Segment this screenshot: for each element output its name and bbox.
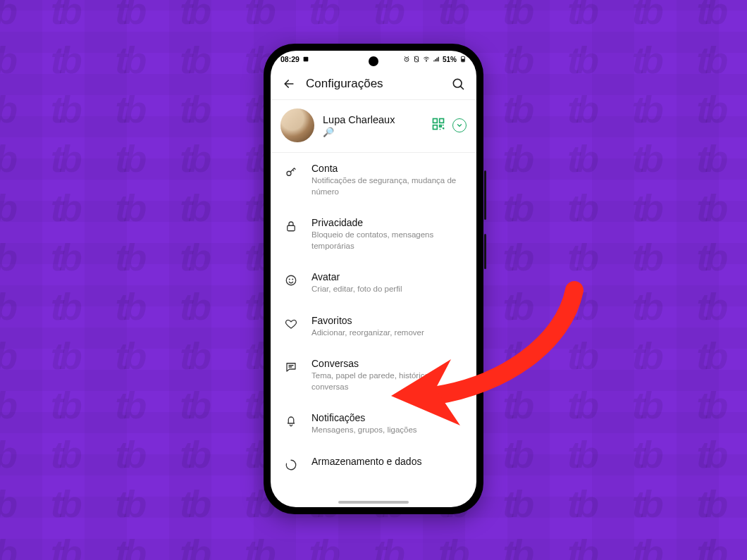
- face-icon: [283, 273, 299, 288]
- svg-rect-5: [462, 59, 464, 61]
- setting-subtitle: Tema, papel de parede, histórico de conv…: [311, 371, 464, 392]
- profile-name: Lupa Charleaux: [323, 114, 423, 125]
- chevron-down-icon: [456, 122, 463, 129]
- setting-subtitle: Mensagens, grupos, ligações: [311, 425, 464, 436]
- profile-row[interactable]: Lupa Charleaux 🔎: [271, 100, 476, 153]
- setting-title: Armazenamento e dados: [311, 456, 464, 467]
- svg-point-3: [426, 61, 427, 62]
- search-icon: [451, 77, 465, 91]
- svg-point-12: [286, 275, 296, 285]
- data-usage-icon: [283, 457, 299, 473]
- svg-rect-8: [440, 119, 444, 123]
- setting-item-avatar[interactable]: Avatar Criar, editar, foto do perfil: [271, 261, 476, 305]
- phone-frame: 08:29 51% Configurações: [264, 44, 483, 514]
- setting-subtitle: Criar, editar, foto do perfil: [311, 284, 464, 295]
- home-indicator: [338, 501, 409, 504]
- chat-icon: [283, 359, 299, 375]
- profile-status: 🔎: [323, 127, 423, 137]
- svg-point-14: [292, 279, 293, 280]
- setting-subtitle: Notificações de segurança, mudança de nú…: [311, 175, 464, 197]
- svg-point-13: [289, 279, 290, 280]
- setting-item-storage[interactable]: Armazenamento e dados: [271, 446, 476, 475]
- back-button[interactable]: [280, 75, 297, 92]
- arrow-left-icon: [282, 77, 296, 91]
- setting-item-privacy[interactable]: Privacidade Bloqueio de contatos, mensag…: [271, 207, 476, 261]
- svg-rect-7: [433, 119, 438, 123]
- setting-title: Avatar: [311, 271, 464, 282]
- status-time: 08:29: [280, 55, 300, 63]
- heart-icon: [283, 316, 299, 332]
- setting-item-chats[interactable]: Conversas Tema, papel de parede, históri…: [271, 348, 476, 402]
- setting-item-notifications[interactable]: Notificações Mensagens, grupos, ligações: [271, 402, 476, 446]
- key-icon: [283, 164, 299, 180]
- camera-punch-hole: [369, 56, 378, 66]
- svg-rect-0: [304, 57, 309, 62]
- no-sim-icon: [413, 56, 420, 63]
- wifi-icon: [423, 56, 430, 63]
- svg-rect-11: [288, 225, 295, 231]
- add-account-button[interactable]: [452, 118, 467, 132]
- setting-title: Favoritos: [311, 315, 464, 326]
- battery-percent: 51%: [443, 56, 457, 63]
- setting-subtitle: Bloqueio de contatos, mensagens temporár…: [311, 230, 464, 251]
- signal-icon: [433, 56, 440, 63]
- setting-title: Notificações: [311, 412, 464, 423]
- messaging-status-icon: [302, 56, 309, 63]
- app-header: Configurações: [271, 68, 476, 100]
- search-button[interactable]: [450, 75, 467, 92]
- page-title: Configurações: [306, 77, 441, 91]
- setting-title: Conversas: [311, 358, 464, 369]
- avatar: [280, 108, 314, 142]
- phone-screen: 08:29 51% Configurações: [271, 51, 476, 507]
- battery-icon: [459, 56, 467, 63]
- qr-code-icon: [431, 117, 445, 131]
- lock-icon: [283, 218, 299, 234]
- setting-title: Privacidade: [311, 217, 464, 228]
- alarm-icon: [403, 56, 410, 63]
- setting-item-account[interactable]: Conta Notificações de segurança, mudança…: [271, 153, 476, 207]
- qr-code-button[interactable]: [431, 117, 445, 134]
- bell-icon: [283, 413, 299, 429]
- setting-subtitle: Adicionar, reorganizar, remover: [311, 328, 464, 339]
- setting-item-favorites[interactable]: Favoritos Adicionar, reorganizar, remove…: [271, 305, 476, 349]
- settings-list: Conta Notificações de segurança, mudança…: [271, 153, 476, 507]
- svg-rect-9: [433, 125, 438, 130]
- setting-title: Conta: [311, 163, 464, 174]
